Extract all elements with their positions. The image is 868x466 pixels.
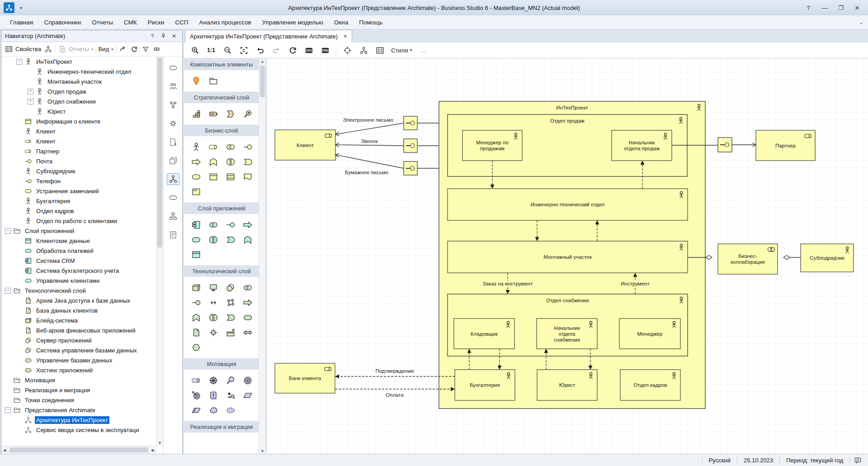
gear-tab-icon[interactable] — [167, 118, 179, 129]
palette-node-icon[interactable] — [188, 280, 205, 295]
menu-отчеты[interactable]: Отчеты — [86, 17, 118, 28]
zoom-one-to-one-button[interactable]: 1:1 — [204, 44, 218, 56]
tree-item-мотивация[interactable]: Мотивация — [1, 375, 156, 385]
tree-item-отдел-по-работе-с-клиентами[interactable]: Отдел по работе с клиентами — [1, 216, 156, 226]
node-if-paper[interactable] — [404, 162, 417, 175]
palette-event-icon[interactable] — [222, 232, 239, 247]
node-supply-head[interactable]: Начальникотделаснабжения — [537, 319, 597, 349]
tree-item-устранение-замечаний[interactable]: Устранение замечаний — [1, 186, 156, 196]
language-indicator[interactable]: Русский — [702, 456, 737, 464]
comments-icon[interactable] — [849, 456, 865, 464]
palette-section-header[interactable]: Стратегический слой — [184, 91, 259, 103]
relations-tab-icon[interactable] — [167, 173, 179, 185]
palette-value-stream-icon[interactable] — [239, 106, 256, 121]
png-export-icon[interactable]: PNG — [318, 44, 332, 56]
grid-props-icon[interactable] — [373, 44, 387, 56]
palette-system-software-icon[interactable] — [222, 280, 239, 295]
palette-section-header[interactable]: Мотивация — [184, 358, 259, 370]
palette-course-of-action-icon[interactable] — [222, 106, 239, 121]
diagram-tab[interactable]: Архитектура ИнТехПроект (Представление A… — [185, 30, 352, 43]
reports-icon[interactable] — [57, 45, 66, 54]
tree-item-юрист[interactable]: Юрист — [1, 106, 156, 116]
tree-item-управление-клиентами[interactable]: Управление клиентами — [1, 276, 156, 285]
tree-item-обработка-платежей[interactable]: Обработка платежей — [1, 246, 156, 256]
quick-access-caret-icon[interactable]: ▾ — [20, 5, 22, 10]
palette-event-icon[interactable] — [222, 310, 239, 325]
properties-button[interactable]: Свойства — [15, 46, 41, 52]
tree-expander-icon[interactable]: − — [5, 288, 11, 294]
palette-interaction-icon[interactable] — [205, 232, 222, 247]
palette-function-icon[interactable] — [205, 154, 222, 169]
tree-item-почта[interactable]: Почта — [1, 156, 156, 166]
palette-process-icon[interactable] — [188, 154, 205, 169]
tree-item-клиент[interactable]: Клиент — [1, 136, 156, 146]
tree-item-клиент[interactable]: Клиент — [1, 126, 156, 136]
palette-material-icon[interactable] — [188, 340, 205, 355]
palette-service-icon[interactable] — [188, 232, 205, 247]
hierarchy-tab-icon[interactable] — [167, 210, 179, 222]
palette-section-header[interactable]: Слой приложений — [184, 202, 259, 214]
tree-expander-icon[interactable]: − — [5, 228, 11, 234]
tree-item-клиентские-данные[interactable]: Клиентские данные — [1, 236, 156, 246]
tree-item-блейд-система[interactable]: Блейд-система — [1, 315, 156, 325]
palette-role-icon[interactable] — [205, 139, 222, 154]
palette-distribution-icon[interactable] — [205, 325, 222, 340]
node-engineering[interactable]: Инженерно-технический отдел — [448, 189, 688, 220]
help-button[interactable]: ? — [800, 2, 816, 13]
navigator-pin-icon[interactable] — [159, 32, 168, 40]
tree-item-веб-архив-финансовых-приложений[interactable]: Веб-архив финансовых приложений — [1, 325, 156, 335]
palette-device-icon[interactable] — [205, 280, 222, 295]
palette-collaboration-icon[interactable] — [205, 217, 222, 232]
ribbon-collapse-icon[interactable]: ⌄ — [859, 19, 868, 25]
palette-process-icon[interactable] — [239, 217, 256, 232]
palette-interface-icon[interactable] — [222, 217, 239, 232]
palette-assessment-icon[interactable] — [222, 373, 239, 388]
date-indicator[interactable]: 25.10.2023 — [737, 456, 779, 464]
palette-equipment-icon[interactable] — [239, 325, 256, 340]
scroll-down-icon[interactable]: ▼ — [156, 440, 163, 446]
palette-representation-icon[interactable] — [239, 169, 256, 184]
palette-location-icon[interactable] — [188, 73, 205, 88]
palette-stakeholder-icon[interactable] — [188, 373, 205, 388]
properties-icon[interactable] — [4, 45, 13, 54]
node-if-call[interactable] — [404, 139, 417, 152]
palette-interface-icon[interactable] — [239, 139, 256, 154]
palette-section-header[interactable]: Реализация и миграция — [184, 421, 259, 433]
palette-facility-icon[interactable] — [222, 325, 239, 340]
tree-item-слой-приложений[interactable]: −Слой приложений — [1, 226, 156, 236]
menu-справочники[interactable]: Справочники — [38, 17, 86, 28]
palette-function-icon[interactable] — [239, 232, 256, 247]
tree-item-интехпроект[interactable]: −ИнТехПроект — [1, 57, 156, 67]
tree-item-представления-archimate[interactable]: −Представления Archimate — [1, 405, 156, 415]
tree-expander-icon[interactable]: + — [28, 99, 33, 105]
tree-item-телефон[interactable]: Телефон — [1, 176, 156, 186]
tree-item-отдел-кадров[interactable]: Отдел кадров — [1, 206, 156, 216]
tree-item-отдел-продаж[interactable]: +Отдел продаж — [1, 86, 156, 96]
view-button[interactable]: Вид — [99, 46, 109, 52]
palette-process-icon[interactable] — [239, 295, 256, 310]
navigator-close-icon[interactable]: ✕ — [170, 32, 179, 40]
palette-component-icon[interactable] — [188, 217, 205, 232]
palette-event-icon[interactable] — [239, 154, 256, 169]
undo-icon[interactable] — [253, 44, 267, 56]
fit-screen-icon[interactable] — [236, 44, 251, 56]
maximize-button[interactable]: ❐ — [833, 2, 849, 13]
diagram-icon[interactable] — [43, 45, 52, 54]
tree-item-монтажный-участок[interactable]: Монтажный участок — [1, 76, 156, 86]
node-assembly[interactable]: Монтажный участок — [448, 241, 688, 273]
menu-управление-моделью[interactable]: Управление моделью — [257, 17, 329, 28]
refresh-icon[interactable] — [285, 44, 300, 56]
tree-item-база-данных-клиентов[interactable]: База данных клиентов — [1, 305, 156, 315]
tree-item-отдел-снабжения[interactable]: +Отдел снабжения — [1, 96, 156, 106]
palette-scroll-up-icon[interactable]: ▲ — [259, 58, 266, 65]
styles-button[interactable]: Стили▼ — [389, 44, 414, 56]
palette-path-icon[interactable] — [205, 295, 222, 310]
link-icon[interactable] — [152, 45, 161, 54]
close-button[interactable]: ✕ — [849, 2, 865, 13]
scroll-left-icon[interactable]: ◀ — [1, 447, 8, 453]
tree-item-система-crm[interactable]: Система CRM — [1, 256, 156, 266]
tree-expander-icon[interactable]: − — [5, 407, 11, 413]
hierarchy-icon[interactable] — [356, 44, 371, 56]
node-subcontractor[interactable]: Субподрядчик — [801, 244, 854, 272]
palette-section-header[interactable]: Бизнес-слой — [184, 124, 259, 136]
